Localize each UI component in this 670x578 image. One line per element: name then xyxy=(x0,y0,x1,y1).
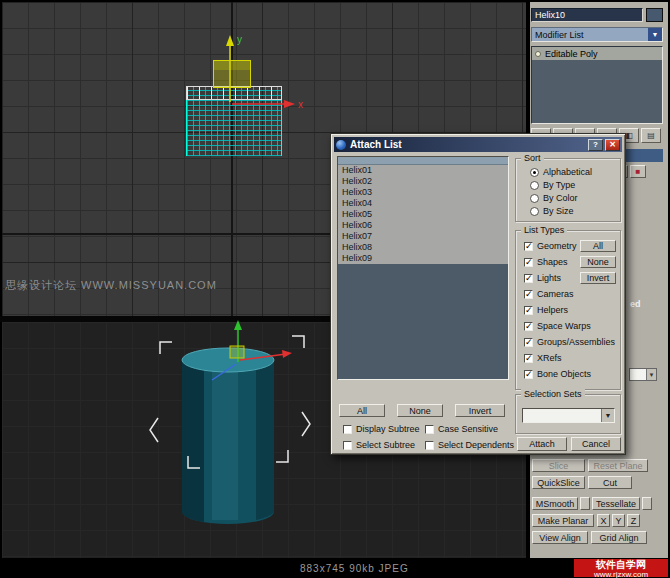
image-status-text: 883x745 90kb JPEG xyxy=(300,563,409,574)
type-xrefs[interactable]: XRefs xyxy=(524,353,562,363)
object-listbox[interactable]: Helix01 Helix02 Helix03 Helix04 Helix05 … xyxy=(337,156,509,380)
sort-option-by-type[interactable]: By Type xyxy=(530,180,575,190)
list-item[interactable]: Helix07 xyxy=(338,231,508,242)
checkbox-icon[interactable] xyxy=(524,354,533,363)
transform-gizmo-bottom-viewport[interactable] xyxy=(200,318,310,388)
type-helpers[interactable]: Helpers xyxy=(524,305,568,315)
case-sensitive-option[interactable]: Case Sensitive xyxy=(425,424,498,434)
checkbox-icon[interactable] xyxy=(524,322,533,331)
select-dependents-option[interactable]: Select Dependents xyxy=(425,440,514,450)
object-color-swatch[interactable] xyxy=(646,8,663,22)
chevron-down-icon[interactable]: ▼ xyxy=(646,369,656,380)
checkbox-icon[interactable] xyxy=(524,338,533,347)
close-icon[interactable]: ✕ xyxy=(605,139,620,151)
chevron-down-icon[interactable]: ▼ xyxy=(601,409,614,422)
type-cameras[interactable]: Cameras xyxy=(524,289,574,299)
modifier-list-label: Modifier List xyxy=(535,30,584,40)
types-all-button[interactable]: All xyxy=(580,240,616,252)
sort-option-by-size[interactable]: By Size xyxy=(530,206,574,216)
planar-y-button[interactable]: Y xyxy=(612,514,625,527)
checkbox-icon[interactable] xyxy=(524,274,533,283)
list-item[interactable]: Helix04 xyxy=(338,198,508,209)
modifier-stack[interactable]: Editable Poly xyxy=(531,46,663,124)
checkbox-icon[interactable] xyxy=(524,242,533,251)
selection-sets-group: Selection Sets ▼ xyxy=(515,394,621,434)
checkbox-icon[interactable] xyxy=(343,441,352,450)
x-axis-arrow[interactable] xyxy=(240,354,286,360)
type-geometry[interactable]: Geometry xyxy=(524,241,577,251)
view-align-button[interactable]: View Align xyxy=(532,531,588,544)
checkbox-icon[interactable] xyxy=(524,290,533,299)
chevron-down-icon[interactable]: ▼ xyxy=(648,28,662,41)
cancel-button[interactable]: Cancel xyxy=(571,437,621,451)
panel-partial-dropdown[interactable]: ▼ xyxy=(629,368,657,381)
type-groups-assemblies[interactable]: Groups/Assemblies xyxy=(524,337,615,347)
checkbox-icon[interactable] xyxy=(425,425,434,434)
type-bone-objects[interactable]: Bone Objects xyxy=(524,369,591,379)
list-item[interactable]: Helix02 xyxy=(338,176,508,187)
bracket-mid-right xyxy=(302,412,310,436)
select-invert-button[interactable]: Invert xyxy=(455,404,505,417)
bracket-bottom-left xyxy=(188,456,200,468)
make-planar-button[interactable]: Make Planar xyxy=(532,514,594,527)
checkbox-icon[interactable] xyxy=(524,306,533,315)
tessellate-button[interactable]: Tessellate xyxy=(592,497,640,510)
slice-button[interactable]: Slice xyxy=(532,459,585,472)
radio-label: By Size xyxy=(543,206,574,216)
help-button[interactable]: ? xyxy=(588,139,603,151)
grid-align-button[interactable]: Grid Align xyxy=(591,531,647,544)
sort-option-alphabetical[interactable]: Alphabetical xyxy=(530,167,592,177)
radio-icon[interactable] xyxy=(530,181,539,190)
radio-icon[interactable] xyxy=(530,168,539,177)
display-subtree-option[interactable]: Display Subtree xyxy=(343,424,420,434)
checkbox-label: XRefs xyxy=(537,353,562,363)
type-space-warps[interactable]: Space Warps xyxy=(524,321,591,331)
badge-title: 软件自学网 xyxy=(574,560,668,570)
msmooth-settings-button[interactable] xyxy=(580,497,590,510)
radio-icon[interactable] xyxy=(530,207,539,216)
z-axis-arrow[interactable] xyxy=(212,364,236,380)
checkbox-icon[interactable] xyxy=(343,425,352,434)
attach-button[interactable]: Attach xyxy=(517,437,567,451)
list-item[interactable]: Helix08 xyxy=(338,242,508,253)
visibility-bulb-icon[interactable] xyxy=(535,51,541,57)
cut-button[interactable]: Cut xyxy=(588,476,632,489)
planar-x-button[interactable]: X xyxy=(597,514,610,527)
planar-z-button[interactable]: Z xyxy=(627,514,640,527)
occluded-button-text-fragment: ed xyxy=(630,299,641,309)
dialog-title: Attach List xyxy=(350,139,586,150)
dialog-titlebar[interactable]: Attach List ? ✕ xyxy=(334,137,622,152)
select-none-button[interactable]: None xyxy=(397,404,443,417)
type-lights[interactable]: Lights xyxy=(524,273,561,283)
quickslice-button[interactable]: QuickSlice xyxy=(532,476,585,489)
list-item[interactable]: Helix06 xyxy=(338,220,508,231)
modifier-stack-item[interactable]: Editable Poly xyxy=(532,47,662,60)
msmooth-button[interactable]: MSmooth xyxy=(532,497,578,510)
stack-options-button[interactable]: ▤ xyxy=(641,128,661,143)
gizmo-center-plane[interactable] xyxy=(230,346,244,358)
checkbox-icon[interactable] xyxy=(425,441,434,450)
checkbox-label: Space Warps xyxy=(537,321,591,331)
subobject-element-button[interactable]: ■ xyxy=(630,165,646,178)
checkbox-icon[interactable] xyxy=(524,258,533,267)
types-none-button[interactable]: None xyxy=(580,256,616,268)
list-item[interactable]: Helix09 xyxy=(338,253,508,264)
checkbox-icon[interactable] xyxy=(524,370,533,379)
select-subtree-option[interactable]: Select Subtree xyxy=(343,440,415,450)
tessellate-settings-button[interactable] xyxy=(642,497,652,510)
radio-icon[interactable] xyxy=(530,194,539,203)
select-all-button[interactable]: All xyxy=(339,404,385,417)
list-item[interactable]: Helix01 xyxy=(338,165,508,176)
transform-gizmo-top-viewport[interactable]: y x xyxy=(150,28,320,118)
selection-sets-dropdown[interactable]: ▼ xyxy=(522,408,615,423)
sort-option-by-color[interactable]: By Color xyxy=(530,193,578,203)
list-item[interactable]: Helix05 xyxy=(338,209,508,220)
modifier-list-dropdown[interactable]: Modifier List ▼ xyxy=(531,27,663,42)
list-item[interactable]: Helix03 xyxy=(338,187,508,198)
types-invert-button[interactable]: Invert xyxy=(580,272,616,284)
object-name-field[interactable]: Helix10 xyxy=(531,8,643,22)
reset-plane-button[interactable]: Reset Plane xyxy=(588,459,648,472)
sort-group-label: Sort xyxy=(521,153,544,163)
viewport-watermark: 思缘设计论坛 WWW.MISSYUAN.COM xyxy=(5,278,217,293)
type-shapes[interactable]: Shapes xyxy=(524,257,568,267)
